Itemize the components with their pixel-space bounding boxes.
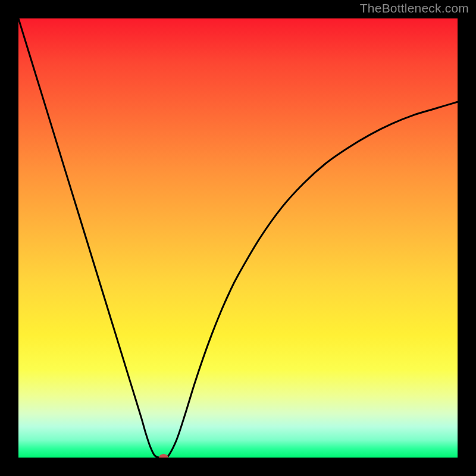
optimum-marker <box>159 454 168 458</box>
curve-layer <box>18 18 458 458</box>
watermark-text: TheBottleneck.com <box>360 1 469 15</box>
chart-frame: TheBottleneck.com <box>0 0 476 476</box>
plot-area <box>18 18 458 458</box>
bottleneck-curve <box>18 18 458 458</box>
